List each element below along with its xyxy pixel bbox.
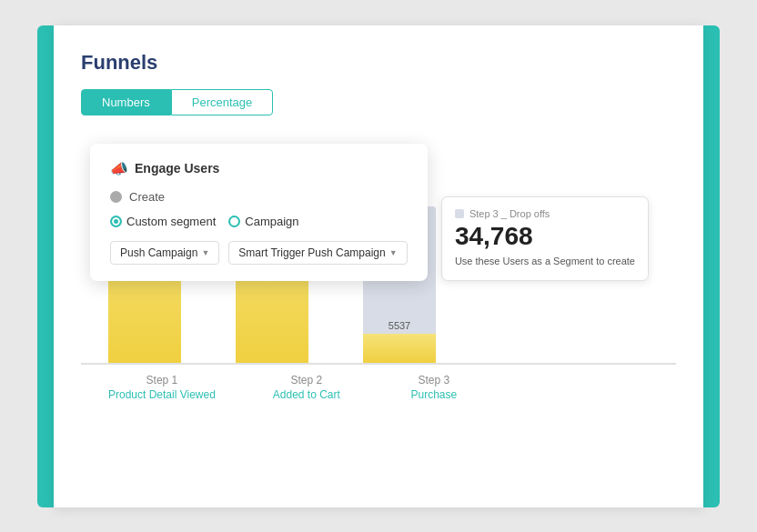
- tooltip-step-text: Step 3 _ Drop offs: [469, 208, 550, 219]
- step1-label-group: Step 1 Product Detail Viewed: [108, 374, 216, 401]
- create-row: Create: [110, 190, 408, 204]
- tooltip-description: Use these Users as a Segment to create: [455, 255, 635, 268]
- percentage-toggle[interactable]: Percentage: [171, 89, 274, 115]
- toggle-group: Numbers Percentage: [81, 89, 676, 115]
- tooltip-desc-text: Use these Users as a Segment to create: [455, 256, 635, 266]
- step3-name: Purchase: [410, 388, 457, 401]
- main-card: Funnels Numbers Percentage 📣 Engage User…: [54, 25, 703, 507]
- push-campaign-label: Push Campaign: [120, 246, 197, 259]
- chevron-down-icon-2: ▼: [389, 248, 398, 257]
- step3-label-group: Step 3 Purchase: [398, 374, 470, 401]
- push-campaign-dropdown[interactable]: Push Campaign ▼: [110, 241, 219, 265]
- create-radio: [110, 191, 122, 203]
- custom-segment-radio[interactable]: [110, 216, 122, 227]
- tooltip-box: Step 3 _ Drop offs 34,768 Use these User…: [441, 196, 649, 281]
- step1-name: Product Detail Viewed: [108, 388, 216, 401]
- engage-title: Engage Users: [135, 161, 219, 176]
- tooltip-count: 34,768: [455, 223, 635, 251]
- teal-left-bar: [37, 25, 54, 507]
- segment-row: Custom segment Campaign: [110, 215, 408, 228]
- step3-number: Step 3: [418, 374, 449, 386]
- megaphone-icon: 📣: [110, 160, 128, 177]
- engage-header: 📣 Engage Users: [110, 160, 408, 177]
- custom-segment-label: Custom segment: [126, 215, 216, 228]
- campaign-radio[interactable]: [228, 216, 240, 227]
- step-labels: Step 1 Product Detail Viewed Step 2 Adde…: [81, 365, 676, 401]
- custom-segment-option[interactable]: Custom segment: [110, 215, 216, 228]
- numbers-toggle[interactable]: Numbers: [81, 89, 171, 115]
- smart-trigger-dropdown[interactable]: Smart Trigger Push Campaign ▼: [228, 241, 407, 265]
- tooltip-step-label: Step 3 _ Drop offs: [455, 208, 635, 219]
- campaign-label: Campaign: [245, 215, 298, 228]
- campaign-option[interactable]: Campaign: [228, 215, 298, 228]
- teal-right-bar: [703, 25, 720, 507]
- tooltip-dot: [455, 209, 464, 218]
- engage-popup: 📣 Engage Users Create Custom segment Cam…: [90, 144, 428, 281]
- smart-trigger-label: Smart Trigger Push Campaign: [238, 246, 385, 259]
- create-label: Create: [129, 190, 165, 204]
- dropdown-row: Push Campaign ▼ Smart Trigger Push Campa…: [110, 241, 408, 265]
- chevron-down-icon: ▼: [201, 248, 209, 257]
- bar3-bottom-label: 5537: [389, 320, 410, 331]
- step1-number: Step 1: [146, 374, 178, 386]
- page-title: Funnels: [81, 51, 676, 75]
- bar-step3-yellow: [363, 334, 436, 363]
- step2-name: Added to Cart: [273, 388, 340, 401]
- step2-number: Step 2: [290, 374, 322, 386]
- step2-label-group: Step 2 Added to Cart: [270, 374, 343, 401]
